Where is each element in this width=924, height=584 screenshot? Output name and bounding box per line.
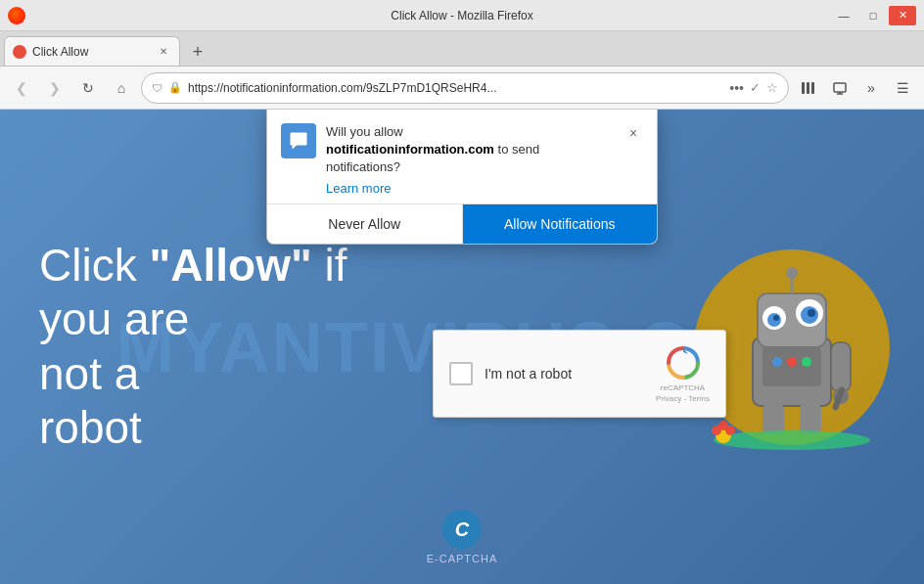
- pocket-icon[interactable]: ✓: [750, 80, 761, 95]
- window-title: Click Allow - Mozilla Firefox: [391, 9, 532, 22]
- notification-chat-icon: [281, 123, 316, 158]
- extensions-button[interactable]: »: [857, 74, 885, 102]
- heading-allow-bold: "Allow": [149, 240, 311, 291]
- url-more-button[interactable]: •••: [729, 80, 744, 96]
- allow-notifications-button[interactable]: Allow Notifications: [463, 204, 658, 244]
- lock-icon: 🔒: [168, 81, 182, 94]
- heading-you-are: you are: [39, 293, 189, 344]
- close-button[interactable]: ✕: [889, 6, 916, 25]
- content-area: MYANTIVIRUS.COM Click "Allow" if you are…: [0, 110, 924, 584]
- svg-rect-26: [800, 404, 821, 433]
- notification-domain: notificationinformation.com: [326, 142, 494, 157]
- tab-favicon-icon: [13, 45, 26, 59]
- svg-point-23: [787, 357, 797, 367]
- notification-text-area: Will you allow notificationinformation.c…: [326, 123, 614, 196]
- heading-not-a: not a: [39, 348, 139, 399]
- svg-point-13: [773, 315, 779, 321]
- title-bar-left: [8, 7, 25, 24]
- svg-rect-0: [802, 82, 805, 94]
- recaptcha-logo-area: reCAPTCHA Privacy - Terms: [656, 343, 710, 403]
- active-tab[interactable]: Click Allow ✕: [4, 36, 180, 66]
- minimize-button[interactable]: —: [830, 6, 857, 25]
- new-tab-button[interactable]: +: [184, 38, 211, 66]
- browser-window: Click Allow - Mozilla Firefox — □ ✕ Clic…: [0, 0, 924, 584]
- svg-point-27: [714, 430, 870, 450]
- notification-question-text: Will you allow: [326, 124, 403, 139]
- ecaptcha-letter: C: [455, 518, 469, 541]
- heading-if: if: [312, 240, 347, 291]
- notification-question: Will you allow notificationinformation.c…: [326, 123, 614, 177]
- heading-robot: robot: [39, 402, 142, 453]
- svg-point-16: [786, 267, 798, 279]
- notification-close-button[interactable]: ×: [624, 123, 643, 143]
- ecaptcha-area: C E-CAPTCHA: [427, 510, 498, 564]
- ecaptcha-label: E-CAPTCHA: [427, 553, 498, 564]
- recaptcha-widget: I'm not a robot reCAPTCHA Privacy - Term…: [433, 329, 726, 418]
- ecaptcha-icon: C: [442, 510, 482, 549]
- heading-click: Click: [39, 240, 149, 291]
- title-bar: Click Allow - Mozilla Firefox — □ ✕: [0, 0, 924, 31]
- maximize-button[interactable]: □: [859, 6, 887, 25]
- recaptcha-links: Privacy - Terms: [656, 394, 710, 403]
- notification-header: Will you allow notificationinformation.c…: [267, 110, 657, 203]
- synced-tabs-button[interactable]: [826, 74, 854, 102]
- svg-point-22: [772, 357, 782, 367]
- window-controls: — □ ✕: [830, 6, 916, 25]
- tab-bar: Click Allow ✕ +: [0, 31, 924, 67]
- recaptcha-brand-text: reCAPTCHA: [661, 382, 705, 392]
- recaptcha-checkbox[interactable]: [449, 362, 473, 385]
- svg-point-14: [808, 309, 815, 317]
- learn-more-link[interactable]: Learn more: [326, 181, 614, 196]
- never-allow-button[interactable]: Never Allow: [267, 204, 463, 244]
- svg-rect-1: [807, 82, 809, 94]
- library-button[interactable]: [795, 74, 822, 102]
- navigation-bar: ❮ ❯ ↻ ⌂ 🛡 🔒 https://notificationinformat…: [0, 67, 924, 110]
- firefox-logo-icon: [8, 7, 25, 24]
- menu-button[interactable]: ☰: [889, 74, 916, 102]
- forward-button[interactable]: ❯: [41, 74, 69, 102]
- svg-rect-25: [762, 404, 784, 433]
- notification-buttons: Never Allow Allow Notifications: [267, 203, 657, 244]
- svg-rect-17: [831, 342, 851, 391]
- recaptcha-terms-link[interactable]: Terms: [688, 394, 710, 403]
- recaptcha-label: I'm not a robot: [485, 366, 644, 382]
- security-shield-icon: 🛡: [152, 82, 162, 94]
- svg-rect-3: [834, 83, 846, 92]
- refresh-button[interactable]: ↻: [74, 74, 102, 102]
- toolbar-icons: » ☰: [795, 74, 916, 102]
- svg-point-31: [718, 421, 728, 430]
- url-display[interactable]: https://notificationinformation.com/9sZL…: [188, 81, 723, 95]
- svg-rect-2: [811, 82, 814, 94]
- notification-popup: Will you allow notificationinformation.c…: [266, 110, 658, 245]
- recaptcha-privacy-link[interactable]: Privacy: [656, 394, 681, 403]
- home-button[interactable]: ⌂: [108, 74, 135, 102]
- back-button[interactable]: ❮: [8, 74, 35, 102]
- tab-label: Click Allow: [32, 45, 150, 59]
- bookmark-star-icon[interactable]: ☆: [766, 80, 778, 95]
- address-bar[interactable]: 🛡 🔒 https://notificationinformation.com/…: [141, 72, 789, 104]
- svg-point-24: [802, 357, 811, 367]
- tab-close-button[interactable]: ✕: [156, 44, 171, 60]
- recaptcha-logo-icon: [665, 343, 702, 381]
